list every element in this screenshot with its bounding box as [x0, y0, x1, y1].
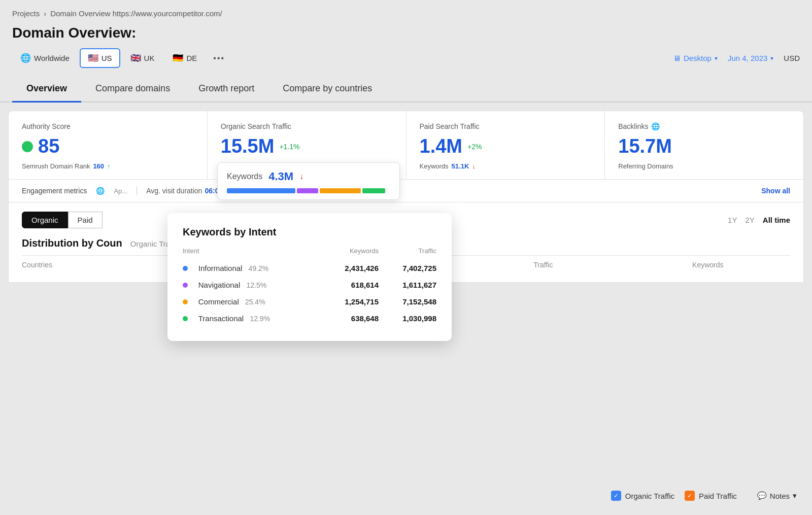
authority-score-label: Authority Score — [22, 122, 194, 130]
worldwide-label: Worldwide — [34, 54, 70, 62]
region-tab-de[interactable]: 🇩🇪 DE — [164, 48, 205, 68]
breadcrumb-projects[interactable]: Projects — [12, 9, 40, 18]
paid-traffic-label: Paid Search Traffic — [420, 122, 592, 130]
organic-legend-label: Organic Traffic — [625, 492, 674, 500]
de-flag-icon: 🇩🇪 — [173, 53, 183, 63]
commercial-keywords: 1,254,715 — [321, 293, 379, 310]
navigational-intent: Navigational 12.5% — [198, 277, 321, 293]
keywords-by-intent-tooltip: Keywords by Intent Intent Keywords Traff… — [167, 213, 452, 341]
backlinks-card: Backlinks 🌐 15.7M Referring Domains — [605, 111, 803, 179]
organic-check-icon: ✓ — [611, 491, 621, 501]
page-title: Domain Overview: — [0, 23, 812, 48]
col-traffic: Traffic — [461, 261, 625, 269]
backlinks-label: Backlinks 🌐 — [618, 122, 790, 130]
engagement-globe-icon: 🌐 — [96, 187, 105, 195]
main-content: Authority Score 85 Semrush Domain Rank 1… — [0, 111, 812, 283]
legend-organic: ✓ Organic Traffic — [611, 491, 674, 501]
keywords-header: Keywords — [321, 247, 379, 260]
navigational-keywords: 618,614 — [321, 277, 379, 293]
date-chevron-icon: ▾ — [770, 55, 773, 62]
avg-visit-duration: Avg. visit duration 06:06 ↓ — [146, 187, 229, 195]
keywords-by-intent-title: Keywords by Intent — [183, 226, 436, 238]
table-row: Commercial 25.4% 1,254,715 7,152,548 — [183, 293, 436, 310]
tab-growth-report[interactable]: Growth report — [184, 75, 268, 102]
kw-bar-transactional — [362, 188, 385, 193]
date-selector[interactable]: Jun 4, 2023 ▾ — [728, 54, 773, 62]
table-row: Transactional 12.9% 638,648 1,030,998 — [183, 310, 436, 327]
paid-traffic-card: Paid Search Traffic 1.4M +2% Keywords 51… — [407, 111, 605, 179]
tab-compare-countries[interactable]: Compare by countries — [268, 75, 386, 102]
transactional-keywords: 638,648 — [321, 310, 379, 327]
notes-button[interactable]: 💬 Notes ▾ — [757, 491, 797, 500]
currency-label: USD — [784, 54, 800, 62]
kw-intent-bar — [227, 188, 390, 193]
region-tab-uk[interactable]: 🇬🇧 UK — [122, 48, 163, 68]
authority-up-icon: ↑ — [107, 162, 111, 170]
breadcrumb-current: Domain Overview https://www.yourcompetit… — [50, 9, 222, 18]
time-1y[interactable]: 1Y — [728, 216, 737, 224]
avg-visit-label: Avg. visit duration — [146, 187, 202, 195]
engagement-label: Engagement metrics — [22, 187, 87, 195]
worldwide-icon: 🌐 — [20, 53, 31, 63]
navigational-traffic: 1,611,627 — [379, 277, 436, 293]
commercial-intent: Commercial 25.4% — [198, 293, 321, 310]
engagement-region: Ap... — [114, 187, 127, 195]
navigational-dot-icon — [183, 283, 188, 288]
uk-flag-icon: 🇬🇧 — [130, 53, 141, 63]
kw-bar-informational — [227, 188, 295, 193]
informational-keywords: 2,431,426 — [321, 260, 379, 277]
table-row: Navigational 12.5% 618,614 1,611,627 — [183, 277, 436, 293]
nav-tabs: Overview Compare domains Growth report C… — [0, 75, 812, 102]
paid-traffic-sub: Keywords 51.1K ↓ — [420, 162, 592, 170]
show-all-button[interactable]: Show all — [761, 187, 790, 195]
region-tab-worldwide[interactable]: 🌐 Worldwide — [12, 48, 78, 68]
commercial-traffic: 7,152,548 — [379, 293, 436, 310]
time-all[interactable]: All time — [763, 216, 790, 224]
informational-dot-icon — [183, 266, 188, 271]
transactional-dot-cell — [183, 310, 198, 327]
backlinks-value: 15.7M — [618, 135, 790, 157]
table-row: Informational 49.2% 2,431,426 7,402,725 — [183, 260, 436, 277]
legend-paid: ✓ Paid Traffic — [685, 491, 737, 501]
region-bar: 🌐 Worldwide 🇺🇸 US 🇬🇧 UK 🇩🇪 DE ••• 🖥 Desk… — [0, 48, 812, 75]
paid-keywords-down-icon: ↓ — [472, 162, 476, 170]
kw-popover-label: Keywords — [227, 172, 262, 181]
paid-check-icon: ✓ — [685, 491, 695, 501]
keyword-popover: Keywords 4.3M ↓ — [217, 162, 400, 200]
transactional-intent: Transactional 12.9% — [198, 310, 321, 327]
paid-traffic-change: +2% — [467, 143, 482, 151]
authority-score-value: 85 — [22, 135, 194, 157]
navigational-dot-cell — [183, 277, 198, 293]
uk-label: UK — [144, 54, 155, 62]
breadcrumb-separator: › — [44, 9, 46, 18]
region-tab-us[interactable]: 🇺🇸 US — [80, 48, 120, 68]
transactional-traffic: 1,030,998 — [379, 310, 436, 327]
notes-icon: 💬 — [757, 491, 767, 500]
tab-compare-domains[interactable]: Compare domains — [81, 75, 184, 102]
organic-traffic-change: +1.1% — [279, 143, 299, 151]
time-2y[interactable]: 2Y — [745, 216, 754, 224]
kw-trend-icon: ↓ — [299, 172, 303, 181]
informational-traffic: 7,402,725 — [379, 260, 436, 277]
organic-traffic-label: Organic Search Traffic — [221, 122, 393, 130]
organic-tab[interactable]: Organic — [22, 212, 68, 228]
device-label: Desktop — [684, 54, 712, 62]
kw-bar-navigational — [297, 188, 318, 193]
time-filters: 1Y 2Y All time — [728, 216, 790, 224]
col-keywords: Keywords — [626, 261, 790, 269]
bottom-legend: ✓ Organic Traffic ✓ Paid Traffic 💬 Notes… — [611, 491, 797, 501]
us-label: US — [101, 54, 112, 62]
desktop-icon: 🖥 — [673, 54, 681, 62]
backlinks-globe-icon: 🌐 — [651, 122, 660, 130]
intent-header: Intent — [183, 247, 321, 260]
kw-popover-value: 4.3M — [268, 170, 293, 183]
device-selector[interactable]: 🖥 Desktop ▾ — [673, 54, 718, 62]
informational-intent: Informational 49.2% — [198, 260, 321, 277]
de-label: DE — [186, 54, 197, 62]
informational-dot-cell — [183, 260, 198, 277]
authority-score-card: Authority Score 85 Semrush Domain Rank 1… — [9, 111, 208, 179]
more-regions-button[interactable]: ••• — [207, 50, 231, 66]
paid-tab[interactable]: Paid — [68, 212, 103, 228]
date-label: Jun 4, 2023 — [728, 54, 767, 62]
tab-overview[interactable]: Overview — [12, 75, 81, 102]
